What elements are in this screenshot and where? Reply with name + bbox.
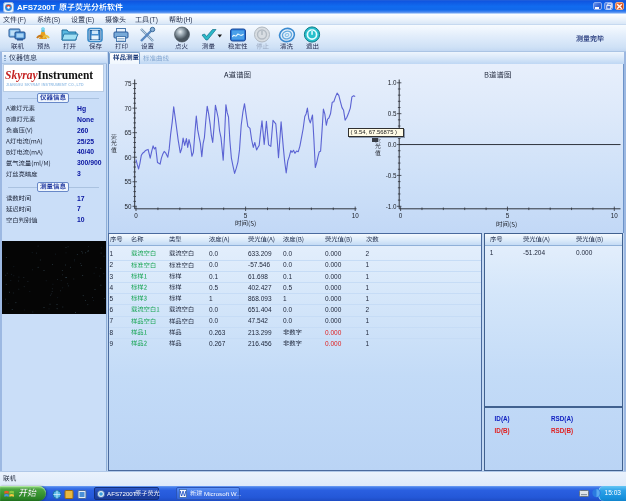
svg-text:W: W — [180, 490, 187, 497]
